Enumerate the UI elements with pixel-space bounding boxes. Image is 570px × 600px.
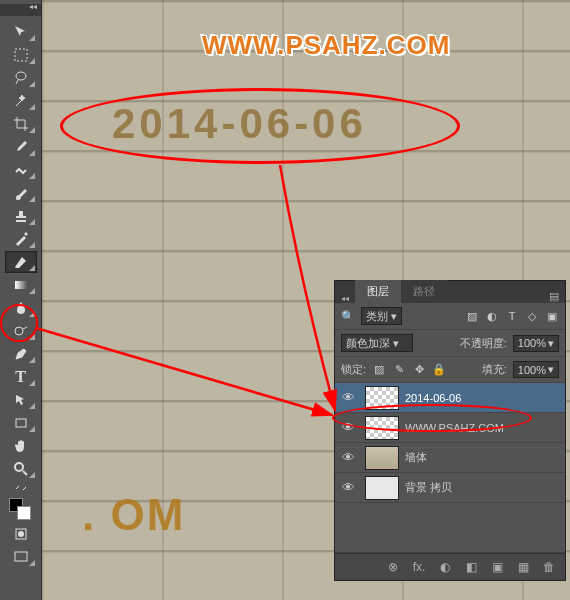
svg-point-6 xyxy=(18,531,24,537)
svg-rect-1 xyxy=(15,281,27,289)
tools-header[interactable] xyxy=(0,4,41,16)
layer-row[interactable]: 👁 WWW.PSAHZ.COM xyxy=(335,413,565,443)
layer-row[interactable]: 👁 2014-06-06 xyxy=(335,383,565,413)
layer-list: 👁 2014-06-06 👁 WWW.PSAHZ.COM 👁 墙体 👁 背景 拷… xyxy=(335,383,565,553)
delete-layer-icon[interactable]: 🗑 xyxy=(541,560,557,574)
stamp-tool[interactable] xyxy=(5,205,37,227)
filter-type-dropdown[interactable]: 类别 ▾ xyxy=(361,307,402,325)
layer-row[interactable]: 👁 墙体 xyxy=(335,443,565,473)
panel-menu-button[interactable]: ▤ xyxy=(543,290,565,303)
watermark-text: WWW.PSAHZ.COM xyxy=(202,30,450,61)
brush-tool[interactable] xyxy=(5,182,37,204)
svg-rect-0 xyxy=(15,49,27,61)
type-tool[interactable]: T xyxy=(5,366,37,388)
svg-point-2 xyxy=(15,327,23,335)
crop-tool[interactable] xyxy=(5,113,37,135)
layer-thumbnail[interactable] xyxy=(365,416,399,440)
group-icon[interactable]: ▣ xyxy=(489,560,505,574)
lock-all-icon[interactable]: 🔒 xyxy=(432,363,446,377)
opacity-label: 不透明度: xyxy=(460,336,507,351)
hand-tool[interactable] xyxy=(5,435,37,457)
layer-name[interactable]: WWW.PSAHZ.COM xyxy=(405,422,563,434)
date-stencil-text: 2014-06-06 xyxy=(112,100,367,148)
layer-thumbnail[interactable] xyxy=(365,446,399,470)
search-icon: 🔍 xyxy=(341,309,355,323)
eyedropper-tool[interactable] xyxy=(5,136,37,158)
heal-tool[interactable] xyxy=(5,159,37,181)
shape-tool[interactable] xyxy=(5,412,37,434)
layer-name[interactable]: 墙体 xyxy=(405,450,563,465)
panel-tabs: ◂◂ 图层 路径 ▤ xyxy=(335,281,565,303)
move-tool[interactable] xyxy=(5,21,37,43)
visibility-toggle[interactable]: 👁 xyxy=(337,480,359,495)
filter-pixel-icon[interactable]: ▨ xyxy=(465,309,479,323)
filter-adjust-icon[interactable]: ◐ xyxy=(485,309,499,323)
link-layers-icon[interactable]: ⊗ xyxy=(385,560,401,574)
color-swap[interactable] xyxy=(5,481,37,495)
corner-text: . OM xyxy=(82,490,185,540)
fill-label: 填充: xyxy=(482,362,507,377)
panel-collapse-icon[interactable]: ◂◂ xyxy=(335,294,355,303)
quickmask-toggle[interactable] xyxy=(5,523,37,545)
blend-mode-dropdown[interactable]: 颜色加深 ▾ xyxy=(341,334,413,352)
mask-icon[interactable]: ◐ xyxy=(437,560,453,574)
path-select-tool[interactable] xyxy=(5,389,37,411)
visibility-toggle[interactable]: 👁 xyxy=(337,390,359,405)
zoom-tool[interactable] xyxy=(5,458,37,480)
fill-input[interactable]: 100% ▾ xyxy=(513,361,559,378)
blur-tool[interactable] xyxy=(5,297,37,319)
svg-rect-7 xyxy=(15,552,27,561)
layers-panel: ◂◂ 图层 路径 ▤ 🔍 类别 ▾ ▨ ◐ T ◇ ▣ 颜色加深 ▾ 不透明度:… xyxy=(334,280,566,581)
layer-row[interactable]: 👁 背景 拷贝 xyxy=(335,473,565,503)
layer-name[interactable]: 背景 拷贝 xyxy=(405,480,563,495)
eraser-tool[interactable] xyxy=(5,251,37,273)
filter-type-icon[interactable]: T xyxy=(505,309,519,323)
lasso-tool[interactable] xyxy=(5,67,37,89)
lock-move-icon[interactable]: ✥ xyxy=(412,363,426,377)
new-layer-icon[interactable]: ▦ xyxy=(515,560,531,574)
lock-row: 锁定: ▨ ✎ ✥ 🔒 填充: 100% ▾ xyxy=(335,357,565,383)
visibility-toggle[interactable]: 👁 xyxy=(337,450,359,465)
lock-label: 锁定: xyxy=(341,362,366,377)
visibility-toggle[interactable]: 👁 xyxy=(337,420,359,435)
history-brush-tool[interactable] xyxy=(5,228,37,250)
gradient-tool[interactable] xyxy=(5,274,37,296)
fx-icon[interactable]: fx. xyxy=(411,560,427,574)
marquee-tool[interactable] xyxy=(5,44,37,66)
tools-panel: T xyxy=(0,0,42,600)
filter-smart-icon[interactable]: ▣ xyxy=(545,309,559,323)
screen-mode[interactable] xyxy=(5,546,37,568)
adjustment-icon[interactable]: ◧ xyxy=(463,560,479,574)
filter-row: 🔍 类别 ▾ ▨ ◐ T ◇ ▣ xyxy=(335,303,565,330)
pen-tool[interactable] xyxy=(5,343,37,365)
wand-tool[interactable] xyxy=(5,90,37,112)
panel-footer: ⊗ fx. ◐ ◧ ▣ ▦ 🗑 xyxy=(335,553,565,580)
lock-brush-icon[interactable]: ✎ xyxy=(392,363,406,377)
tab-paths[interactable]: 路径 xyxy=(401,280,447,303)
lock-trans-icon[interactable]: ▨ xyxy=(372,363,386,377)
opacity-input[interactable]: 100% ▾ xyxy=(513,335,559,352)
svg-point-4 xyxy=(15,463,23,471)
layer-thumbnail[interactable] xyxy=(365,476,399,500)
layer-thumbnail[interactable] xyxy=(365,386,399,410)
layer-name[interactable]: 2014-06-06 xyxy=(405,392,563,404)
tab-layers[interactable]: 图层 xyxy=(355,280,401,303)
blend-row: 颜色加深 ▾ 不透明度: 100% ▾ xyxy=(335,330,565,357)
svg-rect-3 xyxy=(16,419,26,427)
dodge-tool[interactable] xyxy=(5,320,37,342)
filter-shape-icon[interactable]: ◇ xyxy=(525,309,539,323)
color-swatch[interactable] xyxy=(5,496,37,522)
